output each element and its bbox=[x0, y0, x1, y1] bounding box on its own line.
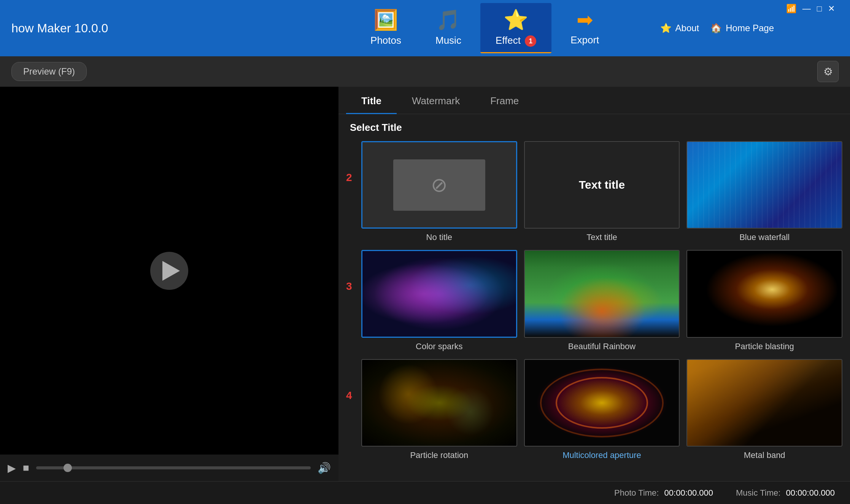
export-icon: ➡ bbox=[577, 8, 593, 31]
thumb-beautiful-rainbow bbox=[524, 250, 680, 337]
grid-items-row4: Particle rotation Multicolored aperture bbox=[361, 359, 842, 460]
maximize-button[interactable]: □ bbox=[817, 4, 822, 14]
video-panel: ▶ ■ 🔊 bbox=[0, 87, 338, 481]
homepage-button[interactable]: 🏠 Home Page bbox=[710, 23, 774, 33]
grid-items-row2: ⊘ No title Text title Text title bbox=[361, 141, 842, 242]
tab-effect[interactable]: ⭐ Effect 1 bbox=[480, 3, 551, 53]
section-label: Select Title bbox=[338, 114, 850, 137]
photo-time-label: Photo Time: 00:00:00.000 bbox=[614, 488, 713, 498]
thumb-color-sparks bbox=[361, 250, 517, 337]
win-controls: 📶 — □ ✕ bbox=[786, 4, 835, 14]
effect-metal-band-label: Metal band bbox=[744, 450, 785, 460]
play-button[interactable] bbox=[150, 252, 188, 290]
status-bar: Photo Time: 00:00:00.000 Music Time: 00:… bbox=[0, 481, 850, 504]
grid-items-row3: Color sparks Beautiful Rainbow Particle … bbox=[361, 250, 842, 351]
stop-ctrl-button[interactable]: ■ bbox=[23, 462, 29, 474]
effect-beautiful-rainbow[interactable]: Beautiful Rainbow bbox=[524, 250, 680, 351]
close-button[interactable]: ✕ bbox=[828, 4, 835, 14]
title-bar: how Maker 10.0.0 🖼️ Photos 🎵 Music ⭐ Eff… bbox=[0, 0, 850, 56]
play-triangle-icon bbox=[162, 261, 180, 281]
music-time-label: Music Time: 00:00:00.000 bbox=[736, 488, 835, 498]
progress-thumb[interactable] bbox=[64, 464, 72, 472]
panel-tabs-row: Title Watermark Frame bbox=[338, 87, 850, 114]
right-panel: Title Watermark Frame Select Title 2 ⊘ bbox=[338, 87, 850, 481]
tab-photos[interactable]: 🖼️ Photos bbox=[355, 3, 416, 53]
music-icon: 🎵 bbox=[436, 8, 461, 32]
grid-row-3: 3 Color sparks Beautiful Rainbow bbox=[346, 250, 842, 351]
effect-multicolored-aperture-label: Multicolored aperture bbox=[562, 450, 641, 460]
title-bar-right: ⭐ About 🏠 Home Page bbox=[660, 23, 774, 33]
progress-bar[interactable] bbox=[36, 466, 311, 469]
thumb-blue-waterfall bbox=[686, 141, 842, 229]
minimize-button[interactable]: — bbox=[802, 4, 811, 14]
row-num-3: 3 bbox=[346, 250, 361, 293]
settings-icon: ⚙ bbox=[823, 65, 833, 78]
effect-blue-waterfall-label: Blue waterfall bbox=[739, 232, 790, 242]
thumb-particle-rotation bbox=[361, 359, 517, 447]
about-button[interactable]: ⭐ About bbox=[660, 23, 699, 33]
preview-button[interactable]: Preview (F9) bbox=[11, 62, 87, 81]
grid-row-2: 2 ⊘ No title Text title bbox=[346, 141, 842, 242]
tab-title[interactable]: Title bbox=[346, 89, 397, 114]
thumb-metal-band bbox=[686, 359, 842, 447]
effect-color-sparks-label: Color sparks bbox=[416, 342, 462, 351]
effect-particle-blasting-label: Particle blasting bbox=[735, 342, 794, 351]
effect-no-title[interactable]: ⊘ No title bbox=[361, 141, 517, 242]
effect-particle-rotation[interactable]: Particle rotation bbox=[361, 359, 517, 460]
no-title-circle-icon: ⊘ bbox=[393, 159, 485, 211]
play-ctrl-button[interactable]: ▶ bbox=[8, 462, 16, 474]
effect-badge: 1 bbox=[525, 35, 536, 47]
effect-blue-waterfall[interactable]: Blue waterfall bbox=[686, 141, 842, 242]
effect-particle-blasting[interactable]: Particle blasting bbox=[686, 250, 842, 351]
app-title: how Maker 10.0.0 bbox=[11, 21, 108, 35]
grid-row-4: 4 Particle rotation bbox=[346, 359, 842, 460]
tab-export[interactable]: ➡ Export bbox=[555, 3, 614, 53]
tab-frame[interactable]: Frame bbox=[475, 89, 534, 114]
effect-particle-rotation-label: Particle rotation bbox=[410, 450, 468, 460]
thumb-no-title: ⊘ bbox=[361, 141, 517, 229]
effect-color-sparks[interactable]: Color sparks bbox=[361, 250, 517, 351]
row-num-4: 4 bbox=[346, 359, 361, 402]
video-controls: ▶ ■ 🔊 bbox=[0, 455, 338, 481]
effect-multicolored-aperture[interactable]: Multicolored aperture bbox=[524, 359, 680, 460]
text-title-preview: Text title bbox=[579, 178, 625, 191]
toolbar-row: Preview (F9) ⚙ bbox=[0, 56, 850, 87]
effect-metal-band[interactable]: Metal band bbox=[686, 359, 842, 460]
thumb-text-title: Text title bbox=[524, 141, 680, 229]
effect-text-title[interactable]: Text title Text title bbox=[524, 141, 680, 242]
effect-no-title-label: No title bbox=[426, 232, 452, 242]
settings-button[interactable]: ⚙ bbox=[817, 61, 839, 82]
about-icon: ⭐ bbox=[660, 23, 672, 33]
row-num-2: 2 bbox=[346, 141, 361, 184]
effect-text-title-label: Text title bbox=[586, 232, 617, 242]
main-content: ▶ ■ 🔊 Title Watermark Frame Select Title bbox=[0, 87, 850, 481]
wifi-icon: 📶 bbox=[786, 4, 796, 14]
volume-icon[interactable]: 🔊 bbox=[318, 462, 331, 474]
video-area bbox=[0, 87, 338, 455]
thumb-multicolored-aperture bbox=[524, 359, 680, 447]
effects-grid: 2 ⊘ No title Text title bbox=[338, 137, 850, 481]
tab-music[interactable]: 🎵 Music bbox=[420, 3, 477, 53]
effect-beautiful-rainbow-label: Beautiful Rainbow bbox=[568, 342, 636, 351]
tab-watermark[interactable]: Watermark bbox=[397, 89, 475, 114]
photos-icon: 🖼️ bbox=[373, 8, 398, 32]
home-icon: 🏠 bbox=[710, 23, 722, 33]
effect-icon: ⭐ bbox=[504, 8, 528, 32]
thumb-particle-blasting bbox=[686, 250, 842, 337]
